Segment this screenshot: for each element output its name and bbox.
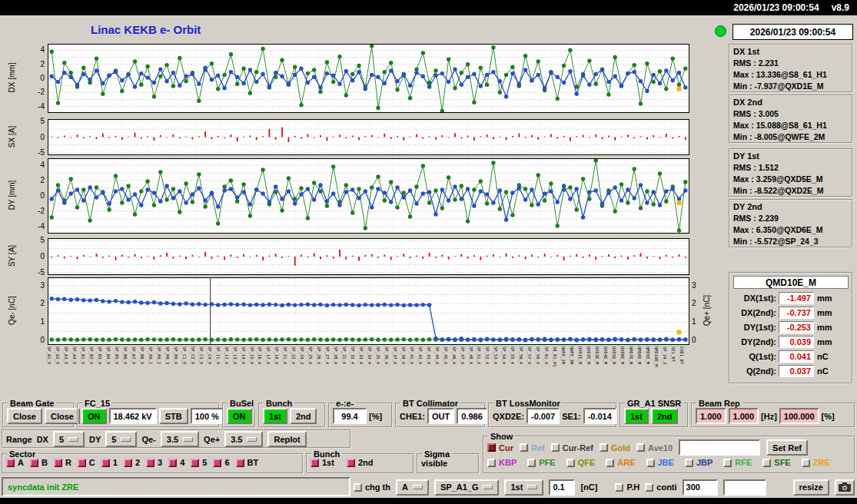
stat-title: DX 1st — [733, 46, 849, 58]
x-tick-label: SP_55_4 — [510, 346, 515, 364]
fc15-stb-button[interactable]: STB — [159, 408, 188, 424]
aux-input[interactable] — [723, 479, 766, 496]
set-ref-button[interactable]: Set Ref — [766, 439, 808, 456]
group-select[interactable]: A — [396, 479, 429, 496]
y-tick-label: 4 — [28, 161, 45, 169]
bunch-2nd-button[interactable]: 2nd — [290, 408, 317, 424]
chg-th-checkbox[interactable]: chg th — [354, 482, 390, 492]
show-rfe-checkbox[interactable]: RFE — [723, 458, 752, 467]
stat-min: Min : -5.572@SP_24_3 — [733, 236, 849, 247]
sector-checkbox-3[interactable]: 3 — [146, 458, 162, 467]
y-tick-label: -2 — [28, 207, 45, 215]
beam-gate-close-button-1[interactable]: Close — [7, 408, 42, 424]
threshold-input[interactable] — [549, 479, 575, 496]
sector-checkbox-6[interactable]: 6 — [213, 458, 229, 467]
checkbox-indicator — [101, 459, 110, 467]
range-dx-select[interactable]: 5 — [53, 431, 85, 447]
ref-name-input[interactable] — [679, 439, 760, 456]
bt-collimator-group: BT Collimator CHE1: OUT 0.986 — [395, 403, 486, 428]
fc15-voltage-readout: 18.462 kV — [109, 408, 157, 424]
sector-checkbox-5[interactable]: 5 — [191, 458, 207, 467]
checkbox-indicator — [645, 483, 653, 492]
show-jbe-checkbox[interactable]: JBE — [646, 458, 674, 467]
resize-button[interactable]: resize — [793, 479, 829, 496]
show-ref-checkbox[interactable]: Ref — [520, 443, 545, 453]
conti-checkbox[interactable]: conti — [645, 482, 676, 492]
y-axis-label: DY [mm] — [8, 181, 16, 211]
bunch-1st-checkbox[interactable]: 1st — [311, 458, 334, 467]
beam-gate-group: Beam Gate Close Close — [2, 403, 75, 428]
dropdown-indicator — [121, 437, 131, 442]
x-tick-label: SP_B7_9 — [131, 346, 136, 364]
ee-ratio-group: e-:e- 99.4 [%] — [328, 403, 393, 428]
x-tick-label: SP_A3_9 — [64, 346, 68, 364]
sector-checkbox-4[interactable]: 4 — [168, 458, 184, 467]
sector-checkbox-1[interactable]: 1 — [101, 458, 118, 467]
y-tick-label: -2 — [28, 88, 45, 96]
show-cur-checkbox[interactable]: Cur — [487, 443, 513, 453]
monitor-value: -1.497 — [779, 292, 814, 304]
x-tick-label: CHE1_BT — [679, 346, 684, 364]
range-qep-select[interactable]: 3.5 — [224, 431, 263, 447]
x-tick-label: QXD5E_M — [612, 346, 616, 364]
ph-checkbox[interactable]: P.H — [615, 482, 639, 492]
show-zre-checkbox[interactable]: ZRE — [802, 458, 830, 467]
y-tick-label: -5 — [28, 148, 45, 157]
x-tick-label: SP_B8_9 — [140, 346, 144, 364]
sector-checkbox-r[interactable]: R — [54, 458, 71, 467]
x-tick-label: SP_B3_9 — [98, 346, 102, 364]
qxd2e-label: QXD2E: — [493, 412, 524, 421]
show-cur-ref-checkbox[interactable]: Cur-Ref — [551, 443, 593, 453]
y-tick-label: 0 — [692, 336, 706, 344]
x-tick-label: SP_32_4 — [350, 346, 355, 364]
range-qem-select[interactable]: 3.5 — [161, 431, 199, 447]
show-jbp-checkbox[interactable]: JBP — [685, 458, 713, 467]
x-tick-label: QWFE_3M — [570, 346, 574, 364]
monitor-value: 0.041 — [779, 350, 814, 363]
x-tick-label: SP_24_3 — [300, 346, 304, 364]
camera-button[interactable] — [835, 479, 855, 496]
x-tick-label: SP_35_4 — [376, 346, 380, 364]
gr-a1-1st-button[interactable]: 1st — [624, 408, 649, 424]
show-pfe-checkbox[interactable]: PFE — [527, 458, 555, 467]
range-dy-select[interactable]: 5 — [105, 431, 137, 447]
group-caption: Beam Gate — [8, 398, 56, 409]
show-kbp-checkbox[interactable]: KBP — [487, 458, 517, 467]
x-tick-label: QXD2E_M — [586, 346, 591, 364]
sector-checkbox-a[interactable]: A — [6, 458, 24, 467]
bunch-number-select[interactable]: 1st — [504, 479, 543, 496]
show-sfe-checkbox[interactable]: SFE — [762, 458, 790, 467]
gr-a1-snsr-group: GR_A1 SNSR 1st 2nd — [619, 403, 689, 428]
x-tick-label: SP_B1_9 — [81, 346, 85, 364]
sector-checkbox-c[interactable]: C — [78, 458, 95, 467]
show-are-checkbox[interactable]: ARE — [606, 458, 635, 467]
show-ave10-checkbox[interactable]: Ave10 — [636, 443, 673, 453]
busel-on-button[interactable]: ON — [227, 408, 252, 424]
count-input[interactable] — [683, 479, 718, 496]
show-qfe-checkbox[interactable]: QFE — [566, 458, 596, 467]
sigma-visible-toggle[interactable]: visible — [421, 459, 447, 468]
y-tick-label: 5 — [28, 236, 45, 244]
beam-gate-close-button-2[interactable]: Close — [45, 408, 80, 424]
device-select[interactable]: SP_A1_G — [434, 479, 500, 496]
group-caption: e-:e- — [334, 398, 356, 409]
x-tick-label: SP_43_4 — [427, 346, 431, 364]
sector-checkbox-b[interactable]: B — [30, 458, 48, 467]
sector-checkbox-bt[interactable]: BT — [236, 458, 259, 467]
show-gold-checkbox[interactable]: Gold — [600, 443, 630, 453]
x-tick-label: SP_12_4 — [224, 346, 229, 364]
fc15-on-button[interactable]: ON — [81, 408, 107, 424]
beam-rep-readout-1: 1.000 — [696, 408, 726, 424]
checkbox-indicator — [487, 459, 496, 467]
group-caption: BT LossMonitor — [493, 398, 563, 409]
page-title: Linac KEKB e- Orbit — [91, 23, 201, 36]
group-caption: GR_A1 SNSR — [625, 398, 683, 409]
replot-button[interactable]: Replot — [267, 431, 306, 447]
bunch-1st-button[interactable]: 1st — [263, 408, 287, 424]
stat-rms: RMS : 3.005 — [733, 108, 849, 120]
beam-rep-group: Beam Rep 1.000 1.000 [Hz] 100.000 [%] — [691, 403, 855, 428]
gr-a1-2nd-button[interactable]: 2nd — [651, 408, 679, 424]
bunch-2nd-checkbox[interactable]: 2nd — [347, 458, 374, 467]
sector-checkbox-2[interactable]: 2 — [124, 458, 140, 467]
x-tick-label: SP_37_4 — [393, 346, 397, 364]
